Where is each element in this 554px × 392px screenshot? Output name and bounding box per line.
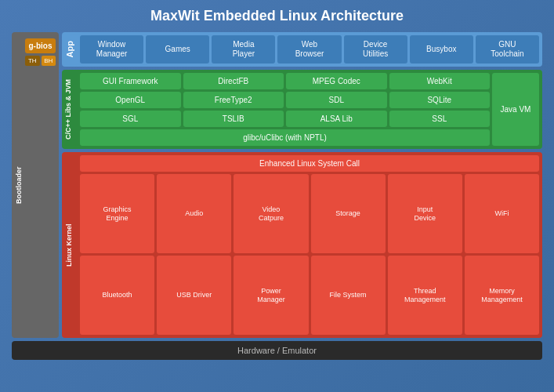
th-box: TH <box>25 56 40 66</box>
lib-mpeg-codec: MPEG Codec <box>286 73 387 89</box>
kernel-input: InputDevice <box>388 174 462 253</box>
kernel-memory: MemoryManagement <box>465 256 539 335</box>
gbios-box: g-bios <box>25 38 56 53</box>
app-item-media-player: MediaPlayer <box>212 35 275 64</box>
app-item-device-utilities: DeviceUtilities <box>344 35 407 64</box>
app-item-busybox: Busybox <box>410 35 473 64</box>
app-items: WindowManager Games MediaPlayer WebBrows… <box>80 35 539 64</box>
lib-glibc: glibc/uClibc (with NPTL) <box>80 129 490 146</box>
lib-directfb: DirectFB <box>183 73 284 89</box>
kernel-rows: GraphicsEngine Audio VideoCatpure Storag… <box>80 174 539 335</box>
libs-grid: GUI Framework DirectFB MPEG Codec WebKit… <box>80 73 490 146</box>
lib-gui-framework: GUI Framework <box>80 73 181 89</box>
kernel-filesystem: File System <box>311 256 386 335</box>
lib-sgl: SGL <box>80 111 181 127</box>
app-layer-label: App <box>65 41 78 57</box>
lib-javavm: Java VM <box>492 73 539 146</box>
kernel-wifi: WiFi <box>465 174 539 253</box>
lib-webkit: WebKit <box>389 73 491 89</box>
libs-content: GUI Framework DirectFB MPEG Codec WebKit… <box>80 73 539 146</box>
app-item-web-browser: WebBrowser <box>277 35 341 64</box>
libs-layer: C/C++ Libs & JVM GUI Framework DirectFB … <box>62 70 542 149</box>
kernel-usb: USB Driver <box>157 256 231 335</box>
kernel-power: PowerManager <box>234 256 308 335</box>
kernel-layer: Linux Kernel Enhanced Linux System Call … <box>62 152 542 338</box>
lib-freetype2: FreeType2 <box>183 92 284 108</box>
kernel-layer-label: Linux Kernel <box>65 155 78 335</box>
hardware-bar: Hardware / Emulator <box>12 341 542 360</box>
app-item-games: Games <box>146 35 209 64</box>
app-layer: App WindowManager Games MediaPlayer WebB… <box>62 32 542 67</box>
lib-ssl: SSL <box>389 111 491 127</box>
libs-layer-label: C/C++ Libs & JVM <box>65 79 78 140</box>
main-container: MaxWit Embedded Linux Architecture Bootl… <box>0 0 554 392</box>
syscall-bar: Enhanced Linux System Call <box>80 155 539 172</box>
app-item-window-manager: WindowManager <box>80 35 143 64</box>
lib-opengl: OpenGL <box>80 92 181 108</box>
lib-sdl: SDL <box>286 92 387 108</box>
lib-tslib: TSLIB <box>183 111 284 127</box>
lib-sqlite: SQLite <box>389 92 491 108</box>
bootloader-section: Bootloader g-bios TH BH <box>12 32 59 338</box>
page-title: MaxWit Embedded Linux Architecture <box>12 8 542 24</box>
kernel-video: VideoCatpure <box>234 174 308 253</box>
kernel-audio: Audio <box>157 174 231 253</box>
kernel-bluetooth: Bluetooth <box>80 256 154 335</box>
lib-alsa: ALSA Lib <box>286 111 387 127</box>
bootloader-label: Bootloader <box>15 35 23 335</box>
app-item-gnu-toolchain: GNUToolchain <box>476 35 539 64</box>
kernel-thread: ThreadManagement <box>388 256 462 335</box>
kernel-content: Enhanced Linux System Call GraphicsEngin… <box>80 155 539 335</box>
kernel-graphics: GraphicsEngine <box>80 174 154 253</box>
bh-box: BH <box>42 56 56 66</box>
kernel-storage: Storage <box>311 174 386 253</box>
